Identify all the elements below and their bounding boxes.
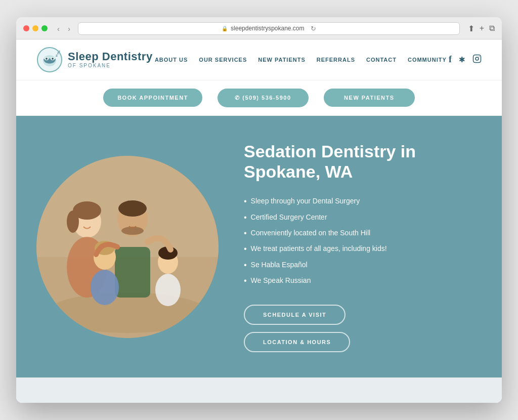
reload-icon[interactable]: ↻ xyxy=(311,25,316,32)
nav-referrals[interactable]: REFERRALS xyxy=(317,57,355,63)
nav-community[interactable]: COMMUNITY xyxy=(408,57,447,63)
browser-navigation: ‹ › xyxy=(55,23,73,34)
address-bar[interactable]: 🔒 sleepdentistryspokane.com ↻ xyxy=(78,22,460,35)
hero-buttons: SCHEDULE A VISIT LOCATION & HOURS xyxy=(244,305,482,352)
url-text: sleepdentistryspokane.com xyxy=(231,25,304,32)
list-item: Conveniently located on the South Hill xyxy=(244,228,482,239)
nav-contact[interactable]: CONTACT xyxy=(366,57,397,63)
tabs-button[interactable]: ⧉ xyxy=(489,24,495,33)
schedule-visit-button[interactable]: SCHEDULE A VISIT xyxy=(244,305,346,325)
list-item: Certified Surgery Center xyxy=(244,213,482,223)
nav-about-us[interactable]: ABOUT US xyxy=(155,57,188,63)
logo-icon: z z z xyxy=(36,47,63,73)
hero-image xyxy=(36,156,219,338)
location-hours-button[interactable]: LOCATION & HOURS xyxy=(244,332,350,352)
nav-our-services[interactable]: OUR SERVICES xyxy=(199,57,247,63)
phone-button[interactable]: ✆ (509) 536-5900 xyxy=(218,89,309,107)
forward-button[interactable]: › xyxy=(65,23,73,34)
nav-new-patients[interactable]: NEW PATIENTS xyxy=(258,57,305,63)
main-nav: ABOUT US OUR SERVICES NEW PATIENTS REFER… xyxy=(155,57,447,63)
share-button[interactable]: ⬆ xyxy=(468,24,474,33)
new-patients-button[interactable]: NEW PATIENTS xyxy=(324,89,415,107)
browser-window: ‹ › 🔒 sleepdentistryspokane.com ↻ ⬆ + ⧉ xyxy=(16,17,502,403)
logo-text: Sleep Dentistry OF SPOKANE xyxy=(68,51,153,68)
maximize-dot[interactable] xyxy=(41,25,48,31)
hero-content: Sedation Dentistry in Spokane, WA Sleep … xyxy=(244,141,482,353)
cta-bar: BOOK APPOINTMENT ✆ (509) 536-5900 NEW PA… xyxy=(16,80,502,116)
list-item: Sleep through your Dental Surgery xyxy=(244,196,482,207)
browser-chrome: ‹ › 🔒 sleepdentistryspokane.com ↻ ⬆ + ⧉ xyxy=(16,17,502,39)
logo-area: z z z Sleep Dentistry OF SPOKANE xyxy=(36,47,153,73)
close-dot[interactable] xyxy=(23,25,29,31)
social-icons: f ✱ xyxy=(449,54,482,65)
svg-rect-9 xyxy=(473,55,481,62)
website: z z z Sleep Dentistry OF SPOKANE ABOUT U… xyxy=(16,39,502,403)
svg-point-10 xyxy=(476,57,479,60)
list-item: Se Habla Español xyxy=(244,260,482,271)
hero-title: Sedation Dentistry in Spokane, WA xyxy=(244,141,482,183)
list-item: We treat patients of all ages, including… xyxy=(244,244,482,255)
instagram-icon[interactable] xyxy=(472,54,482,65)
svg-point-11 xyxy=(479,56,480,57)
book-appointment-button[interactable]: BOOK APPOINTMENT xyxy=(103,89,202,107)
list-item: We Speak Russian xyxy=(244,276,482,286)
svg-point-4 xyxy=(46,58,48,60)
window-controls xyxy=(23,25,48,31)
site-footer xyxy=(16,377,502,403)
back-button[interactable]: ‹ xyxy=(55,23,62,34)
svg-point-5 xyxy=(52,58,54,60)
new-tab-button[interactable]: + xyxy=(480,24,484,33)
browser-action-buttons: ⬆ + ⧉ xyxy=(468,24,495,33)
hero-list: Sleep through your Dental Surgery Certif… xyxy=(244,196,482,286)
lock-icon: 🔒 xyxy=(222,26,228,31)
minimize-dot[interactable] xyxy=(32,25,38,31)
svg-point-29 xyxy=(36,156,219,338)
svg-text:z: z xyxy=(59,50,60,53)
yelp-icon[interactable]: ✱ xyxy=(459,55,465,64)
facebook-icon[interactable]: f xyxy=(449,54,452,65)
hero-section: Sedation Dentistry in Spokane, WA Sleep … xyxy=(16,116,502,378)
logo-subtitle: OF SPOKANE xyxy=(68,63,153,68)
site-header: z z z Sleep Dentistry OF SPOKANE ABOUT U… xyxy=(16,39,502,80)
logo-name: Sleep Dentistry xyxy=(68,51,153,63)
